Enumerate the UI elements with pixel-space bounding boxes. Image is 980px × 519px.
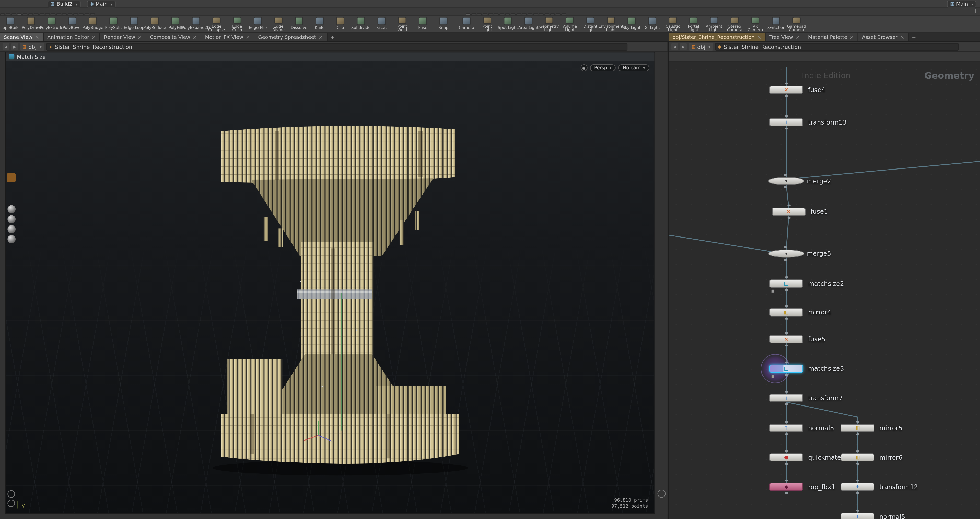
shelf-tab[interactable] bbox=[11, 13, 16, 15]
opbar-grid-icon[interactable] bbox=[636, 53, 643, 60]
shelf-tool[interactable]: Snap bbox=[433, 16, 454, 32]
shelf-tool[interactable]: Caustic Light bbox=[662, 16, 683, 32]
shelf-tab[interactable] bbox=[39, 13, 45, 15]
shelf-tool[interactable]: Distant Light bbox=[580, 16, 601, 32]
node-merge2[interactable]: ▾ merge2 bbox=[768, 177, 805, 185]
shelf-tab[interactable] bbox=[56, 13, 61, 15]
shelf-tool[interactable]: Stereo Camera bbox=[724, 16, 745, 32]
shelf-tab[interactable] bbox=[84, 13, 89, 15]
set-view-icon[interactable] bbox=[657, 80, 665, 88]
node-body[interactable]: ◧ bbox=[840, 424, 874, 432]
wireframe-toggle-icon[interactable] bbox=[657, 129, 665, 137]
pane-tab[interactable]: Material Palette × bbox=[804, 33, 858, 42]
add-shelf-tab-button[interactable]: + bbox=[456, 8, 466, 15]
shelf-tool[interactable]: Environment Light bbox=[601, 16, 621, 32]
back-icon[interactable]: ◀ bbox=[671, 43, 678, 50]
lock-camera-icon[interactable]: ◉ bbox=[581, 64, 587, 71]
shelf-tool[interactable]: Volume Light bbox=[560, 16, 580, 32]
shelf-tool[interactable]: PolyExpand2D bbox=[186, 16, 207, 32]
overflow-menu-icon[interactable] bbox=[970, 53, 977, 60]
shelf-tab[interactable] bbox=[67, 13, 73, 15]
pin-icon[interactable] bbox=[961, 43, 968, 50]
desktop-selector[interactable]: ▦ Build2 ▾ bbox=[48, 0, 81, 7]
shelf-tab[interactable] bbox=[477, 13, 482, 15]
node-body[interactable]: ● bbox=[770, 453, 803, 462]
projection-menu[interactable]: Persp ▾ bbox=[590, 64, 616, 71]
right-main-selector[interactable]: ▦ Main ▾ bbox=[947, 0, 976, 7]
rotate-tool-icon[interactable] bbox=[7, 131, 16, 139]
node-body[interactable]: + bbox=[840, 483, 874, 491]
normals-toggle-icon[interactable] bbox=[657, 150, 665, 158]
mirror-toggle-icon[interactable] bbox=[657, 200, 665, 208]
shelf-tab[interactable] bbox=[45, 13, 50, 15]
node-mirror4[interactable]: ◧ mirror4 bbox=[770, 308, 803, 316]
node-mirror6[interactable]: ◧ mirror6 bbox=[840, 453, 874, 462]
measure-icon[interactable] bbox=[657, 190, 665, 198]
node-transform12[interactable]: + transform12 bbox=[840, 483, 874, 491]
pane-grab-icon[interactable] bbox=[7, 77, 16, 86]
shade-sphere-icon[interactable] bbox=[7, 225, 15, 233]
main-desktop-selector[interactable]: ◉ Main ▾ bbox=[87, 0, 116, 7]
add-shelf-tab-button[interactable]: + bbox=[971, 8, 980, 15]
flag-teal-icon[interactable] bbox=[952, 53, 960, 60]
shelf-tab[interactable] bbox=[73, 13, 78, 15]
shelf-tab[interactable] bbox=[17, 13, 22, 15]
node-merge5[interactable]: ▾ merge5 bbox=[768, 249, 805, 258]
texture-sphere-icon[interactable] bbox=[7, 215, 15, 223]
shelf-tool[interactable]: PolyExtrude bbox=[41, 16, 62, 32]
tab-close-icon[interactable]: × bbox=[850, 35, 854, 40]
handles-tool-icon[interactable] bbox=[7, 195, 16, 203]
shelf-tab[interactable] bbox=[555, 13, 560, 15]
back-icon[interactable]: ◀ bbox=[3, 43, 10, 50]
shelf-tool[interactable]: Camera bbox=[456, 16, 477, 32]
shelf-tab[interactable] bbox=[34, 13, 39, 15]
new-pane-tab-button[interactable]: + bbox=[909, 33, 919, 42]
pane-tab[interactable]: obj/Sister_Shrine_Reconstruction × bbox=[669, 33, 766, 42]
node-body[interactable]: × bbox=[772, 208, 805, 216]
pane-tab[interactable]: Motion FX View × bbox=[201, 33, 255, 42]
columns-view-icon[interactable] bbox=[917, 53, 925, 60]
forward-icon[interactable]: ▶ bbox=[680, 43, 687, 50]
frame-selected-icon[interactable] bbox=[657, 99, 665, 108]
shelf-tab[interactable] bbox=[62, 13, 67, 15]
shelf-tool[interactable]: Geometry Light bbox=[539, 16, 560, 32]
shelf-tool[interactable]: VR Camera bbox=[745, 16, 766, 32]
shelf-tool[interactable]: Dissolve bbox=[289, 16, 309, 32]
edit-tool-icon[interactable] bbox=[7, 163, 16, 171]
shelf-tab[interactable] bbox=[488, 13, 493, 15]
node-transform7[interactable]: + transform7 bbox=[770, 394, 803, 402]
tab-close-icon[interactable]: × bbox=[35, 35, 39, 40]
shelf-tool[interactable]: Edge Cusp bbox=[227, 16, 248, 32]
shelf-tab[interactable] bbox=[79, 13, 84, 15]
pane-tab[interactable]: Composite View × bbox=[146, 33, 201, 42]
shelf-tool[interactable]: Portal Light bbox=[683, 16, 704, 32]
tab-close-icon[interactable]: × bbox=[318, 35, 323, 40]
shelf-tool[interactable]: PolyDraw bbox=[21, 16, 41, 32]
tools-icon[interactable] bbox=[882, 53, 890, 60]
translate-tool-icon[interactable] bbox=[7, 120, 16, 129]
pane-tab[interactable]: Scene View × bbox=[0, 33, 43, 42]
shelf-tab[interactable] bbox=[561, 13, 566, 15]
shelf-tool[interactable]: Sky Light bbox=[621, 16, 642, 32]
shelf-tool[interactable]: Area Light bbox=[518, 16, 539, 32]
path-field[interactable]: ◈ Sister_Shrine_Reconstruction bbox=[46, 43, 627, 50]
help-icon[interactable] bbox=[7, 490, 15, 498]
shelf-tab[interactable] bbox=[471, 13, 476, 15]
node-fuse1[interactable]: × fuse1 bbox=[772, 208, 805, 216]
shading-mode-icon[interactable] bbox=[657, 120, 665, 128]
shelf-tab[interactable] bbox=[6, 13, 11, 15]
points-toggle-icon[interactable] bbox=[657, 160, 665, 168]
color-sphere-icon[interactable] bbox=[7, 235, 15, 243]
tab-close-icon[interactable]: × bbox=[246, 35, 250, 40]
tab-close-icon[interactable]: × bbox=[92, 35, 96, 40]
shelf-tool[interactable]: Spot Light bbox=[497, 16, 518, 32]
shelf-tab[interactable] bbox=[539, 13, 544, 15]
pane-tab[interactable]: Asset Browser × bbox=[858, 33, 909, 42]
shelf-tool[interactable]: Edge Flip bbox=[248, 16, 268, 32]
tab-close-icon[interactable]: × bbox=[900, 35, 904, 40]
shelf-tab[interactable] bbox=[522, 13, 527, 15]
polydraw-tool-icon[interactable] bbox=[7, 173, 16, 182]
pane-tab[interactable]: Tree View × bbox=[766, 33, 804, 42]
shelf-tool[interactable]: Point Light bbox=[477, 16, 498, 32]
tab-close-icon[interactable]: × bbox=[138, 35, 142, 40]
